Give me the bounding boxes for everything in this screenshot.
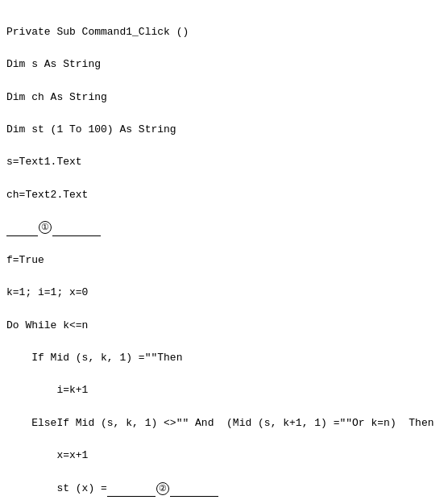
line-3: Dim ch As String	[6, 91, 107, 103]
blank1-right	[52, 219, 101, 236]
blank1-left	[6, 219, 38, 236]
circle1: ①	[39, 221, 52, 234]
circle2: ②	[156, 482, 169, 495]
line-14: x=x+1	[6, 449, 88, 461]
blank2-left	[107, 480, 156, 497]
line-11: If Mid (s, k, 1) =""Then	[6, 352, 182, 364]
line-12: i=k+1	[6, 384, 88, 396]
line-2: Dim s As String	[6, 58, 101, 70]
line-15: st (x) = ②	[6, 482, 218, 494]
line-4: Dim st (1 To 100) As String	[6, 123, 176, 135]
line-7: ①	[6, 222, 101, 234]
line-13: ElseIf Mid (s, k, 1) <>"" And (Mid (s, k…	[6, 417, 434, 429]
line-10: Do While k<=n	[6, 319, 88, 331]
line-1: Private Sub Command1_Click ()	[6, 26, 189, 38]
line-6: ch=Text2.Text	[6, 189, 88, 201]
blank2-right	[170, 480, 218, 497]
code-display: Private Sub Command1_Click () Dim s As S…	[6, 8, 442, 500]
line-9: k=1; i=1; x=0	[6, 286, 88, 298]
line-5: s=Text1.Text	[6, 156, 82, 168]
line-8: f=True	[6, 254, 44, 266]
